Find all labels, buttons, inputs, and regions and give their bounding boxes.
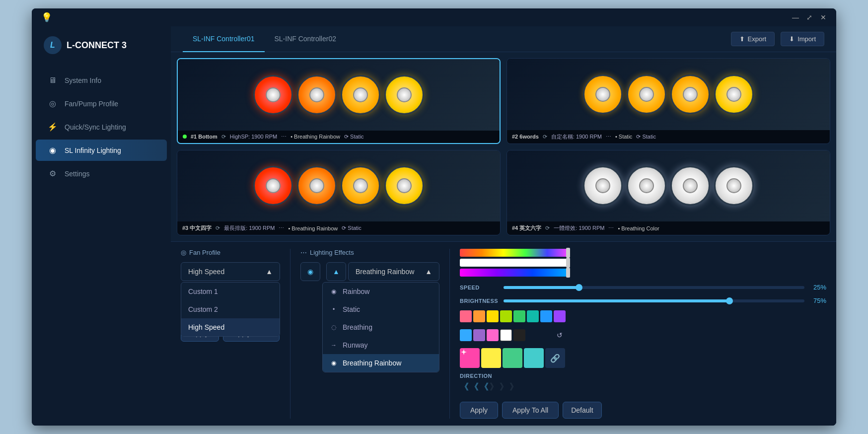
color-bar-white <box>460 259 569 267</box>
custom-swatch-1[interactable] <box>460 348 480 368</box>
fan-card-3[interactable]: #3 中文四字 ⟳ 最長排版: 1900 RPM ⋯ • Breathing R… <box>177 150 501 236</box>
dir-left-2[interactable]: 《 <box>470 381 479 393</box>
color-bar-handle-2[interactable] <box>566 258 570 268</box>
fan-effect-1: • Breathing Rainbow <box>290 134 340 140</box>
fan-card-info-1: #1 Bottom ⟳ HighSP: 1900 RPM ⋯ • Breathi… <box>178 131 500 143</box>
fans-row-3 <box>253 166 424 206</box>
swatch-violet[interactable] <box>473 329 485 341</box>
swatch-green[interactable] <box>513 310 525 322</box>
spacer2 <box>540 329 552 341</box>
fan-card-1[interactable]: #1 Bottom ⟳ HighSP: 1900 RPM ⋯ • Breathi… <box>177 58 501 144</box>
dir-right-1[interactable]: 》 <box>490 381 499 393</box>
fan-profile-option-custom2[interactable]: Custom 2 <box>181 300 280 318</box>
brightness-slider-thumb[interactable] <box>726 297 733 304</box>
export-button[interactable]: ⬆ Export <box>731 32 775 46</box>
fan-card-2[interactable]: #2 6words ⟳ 自定名稱: 1900 RPM ⋯ • Static ⟳ … <box>506 58 830 144</box>
rpm-icon-3: ⟳ <box>216 225 220 231</box>
controls-default-button[interactable]: Default <box>563 402 601 419</box>
controls-apply-button[interactable]: Apply <box>460 402 498 419</box>
sidebar-item-label: Quick/Sync Lighting <box>65 123 126 131</box>
swatch-orange[interactable] <box>473 310 485 322</box>
close-button[interactable]: ✕ <box>816 10 830 24</box>
lighting-option-breathing[interactable]: ◌ Breathing <box>323 318 439 336</box>
lighting-chevron-btn[interactable]: ▲ <box>326 262 346 281</box>
brightness-label: BRIGHTNESS <box>460 298 500 304</box>
swatch-white[interactable] <box>500 329 512 341</box>
tab-controller02[interactable]: SL-INF Controller02 <box>265 26 347 52</box>
lighting-option-breathing-rainbow[interactable]: ◉ Breathing Rainbow <box>323 354 439 372</box>
sidebar-item-system-info[interactable]: 🖥 System Info <box>36 70 167 91</box>
color-palette-row1 <box>460 310 826 322</box>
lighting-mode-icon-btn[interactable]: ◉ <box>300 262 320 281</box>
fan-profile-menu: Custom 1 Custom 2 High Speed <box>181 282 280 337</box>
fan-4-1 <box>583 166 623 206</box>
sidebar-item-sl-infinity[interactable]: ◉ SL Infinity Lighting <box>36 140 167 161</box>
export-label: Export <box>748 35 767 43</box>
swatch-yellow[interactable] <box>487 310 499 322</box>
brightness-value: 75% <box>808 297 826 304</box>
swatch-purple[interactable] <box>554 310 566 322</box>
sidebar-item-label: SL Infinity Lighting <box>65 146 121 154</box>
lighting-option-rainbow[interactable]: ◉ Rainbow <box>323 283 439 300</box>
fan-card-4[interactable]: #4 英文六字 ⟳ 一體燈效: 1900 RPM ⋯ • Breathing C… <box>506 150 830 236</box>
rpm-1: ⟳ <box>221 134 226 140</box>
swatch-teal[interactable] <box>527 310 539 322</box>
swatch-blue[interactable] <box>540 310 552 322</box>
lighting-icon: ⋯ <box>300 249 307 256</box>
dir-right-2[interactable]: 》 <box>500 381 508 393</box>
reset-button[interactable]: ↺ <box>554 329 566 341</box>
sidebar-item-settings[interactable]: ⚙ Settings <box>36 163 167 184</box>
sidebar-item-label: Settings <box>65 170 90 178</box>
color-bar-purple <box>460 269 569 277</box>
fan-id-2: #2 6words <box>512 134 539 140</box>
speed-slider-thumb[interactable] <box>576 284 582 291</box>
fan-3-2 <box>297 166 337 206</box>
fan-effect-2: ⟳ Static <box>344 134 364 140</box>
lighting-trigger[interactable]: Breathing Rainbow ▲ <box>348 262 439 281</box>
swatch-lime[interactable] <box>500 310 512 322</box>
fan-profile-option-highspeed[interactable]: High Speed <box>181 318 280 336</box>
fan-1-3 <box>341 75 380 115</box>
custom-swatch-3[interactable] <box>503 348 522 368</box>
fan-4-2 <box>627 166 666 206</box>
fan-2-4 <box>714 74 754 114</box>
maximize-button[interactable]: ⤢ <box>802 10 816 24</box>
fan-rpm-2: 自定名稱: 1900 RPM <box>551 133 602 141</box>
fan-1-1 <box>253 75 293 115</box>
lighting-option-runway[interactable]: → Runway <box>323 336 439 354</box>
minimize-button[interactable]: — <box>789 10 802 24</box>
tab-controller01[interactable]: SL-INF Controller01 <box>183 26 265 52</box>
lighting-label: ⋯ Lighting Effects <box>300 249 439 256</box>
sidebar-item-fan-pump[interactable]: ◎ Fan/Pump Profile <box>36 93 167 114</box>
custom-swatch-2[interactable] <box>481 348 501 368</box>
fans-row-1 <box>253 75 424 115</box>
fan-profile-option-custom1[interactable]: Custom 1 <box>181 283 280 300</box>
speed-slider-track[interactable] <box>504 286 804 289</box>
eyedropper-button[interactable]: 🔗 <box>545 348 565 368</box>
fan-3-4 <box>384 166 424 206</box>
sidebar-item-quick-sync[interactable]: ⚡ Quick/Sync Lighting <box>36 116 167 138</box>
lighting-section: ⋯ Lighting Effects ◉ ▲ Breathing Rainbow… <box>300 249 439 325</box>
dir-left-1[interactable]: 《 <box>460 381 469 393</box>
fan-profile-trigger[interactable]: High Speed ▲ <box>181 262 280 281</box>
color-bar-handle-1[interactable] <box>566 248 570 258</box>
fan-grid: #1 Bottom ⟳ HighSP: 1900 RPM ⋯ • Breathi… <box>171 52 836 241</box>
title-bar: 💡 — ⤢ ✕ <box>32 8 836 26</box>
swatch-pink[interactable] <box>460 310 472 322</box>
lightbulb-btn[interactable]: 💡 <box>38 8 56 26</box>
color-bar-handle-3[interactable] <box>566 268 570 278</box>
direction-arrows: 《 《 《 》 》 》 <box>460 381 826 393</box>
swatch-sky[interactable] <box>460 329 472 341</box>
lighting-option-static[interactable]: • Static <box>323 300 439 318</box>
dir-right-3[interactable]: 》 <box>509 381 518 393</box>
main-layout: L L-CONNECT 3 🖥 System Info ◎ Fan/Pump P… <box>32 26 836 426</box>
custom-swatch-4[interactable] <box>524 348 544 368</box>
import-button[interactable]: ⬇ Import <box>781 32 824 46</box>
import-icon: ⬇ <box>789 35 795 43</box>
dir-left-3[interactable]: 《 <box>480 381 489 393</box>
controls-apply-all-button[interactable]: Apply To All <box>502 402 559 419</box>
swatch-hotpink[interactable] <box>487 329 499 341</box>
brightness-slider-track[interactable] <box>504 299 804 302</box>
swatch-black[interactable] <box>513 329 525 341</box>
panel-divider-1 <box>290 249 290 419</box>
